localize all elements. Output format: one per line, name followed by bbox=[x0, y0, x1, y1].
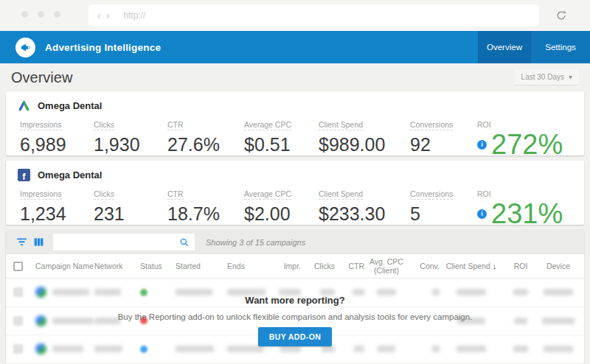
metric-label: Client Spend bbox=[319, 120, 363, 130]
metric-ctr: CTR 27.6% bbox=[167, 117, 244, 157]
page-content: Overview Last 30 Days ▾ Omega Dental Imp… bbox=[0, 63, 590, 364]
window-dot-icon bbox=[21, 11, 28, 18]
row-checkbox[interactable] bbox=[13, 344, 23, 354]
metric-label: Conversions bbox=[410, 120, 453, 130]
blurred-cell bbox=[279, 289, 301, 295]
campaign-card-facebook: f Omega Dental Impressions 1,234 Clicks … bbox=[6, 161, 584, 225]
google-ads-icon bbox=[18, 99, 30, 112]
metric-value: 1,234 bbox=[20, 204, 94, 225]
blurred-cell bbox=[320, 289, 335, 295]
window-dot-icon bbox=[54, 11, 60, 18]
column-header-device[interactable]: Device bbox=[538, 262, 578, 270]
date-range-dropdown[interactable]: Last 30 Days ▾ bbox=[515, 69, 579, 85]
table-body: Want more reporting? Buy the Reporting a… bbox=[6, 279, 584, 364]
metric-roi: ROI i 231% bbox=[477, 186, 584, 226]
blurred-cell bbox=[542, 318, 575, 324]
column-header-campaign-name[interactable]: Campaign Name bbox=[35, 262, 94, 270]
refresh-icon[interactable] bbox=[555, 9, 568, 22]
metric-impressions: Impressions 1,234 bbox=[20, 186, 94, 226]
results-count: Showing 3 of 15 campaigns bbox=[206, 238, 305, 247]
app-header: Advertising Intelligence Overview Settin… bbox=[0, 31, 590, 63]
metric-label: ROI bbox=[477, 120, 491, 130]
search-box[interactable] bbox=[53, 234, 195, 251]
column-header-client-spend[interactable]: Client Spend ↓ bbox=[440, 262, 503, 271]
row-checkbox[interactable] bbox=[13, 316, 23, 326]
blurred-cell bbox=[52, 318, 94, 324]
column-header-ctr[interactable]: CTR bbox=[335, 262, 364, 270]
metric-clicks: Clicks 231 bbox=[94, 186, 167, 226]
campaigns-table: Showing 3 of 15 campaigns Campaign Name … bbox=[6, 230, 584, 364]
status-dot bbox=[140, 289, 148, 296]
select-all-checkbox[interactable] bbox=[13, 262, 23, 271]
back-icon[interactable]: ‹ bbox=[97, 10, 101, 21]
card-header: Omega Dental bbox=[6, 91, 584, 112]
column-header-clicks[interactable]: Clicks bbox=[301, 262, 335, 270]
metric-value: $0.51 bbox=[244, 135, 319, 155]
campaign-card-google: Omega Dental Impressions 6,989 Clicks 1,… bbox=[6, 91, 584, 155]
address-bar[interactable]: ‹ › bbox=[88, 4, 539, 27]
buy-addon-button[interactable]: BUY ADD-ON bbox=[258, 327, 333, 346]
network-icon bbox=[35, 315, 46, 326]
column-header-status[interactable]: Status bbox=[136, 262, 170, 270]
blurred-cell bbox=[514, 318, 527, 324]
blurred-cell bbox=[377, 289, 396, 295]
facebook-icon: f bbox=[18, 169, 30, 181]
metric-label: Conversions bbox=[410, 189, 453, 200]
window-dot-icon bbox=[38, 11, 44, 18]
blurred-cell bbox=[94, 289, 121, 295]
date-range-label: Last 30 Days bbox=[521, 73, 564, 81]
column-header-label: Client Spend bbox=[446, 262, 490, 270]
sort-desc-icon[interactable]: ↓ bbox=[493, 262, 497, 271]
metric-value: 27.6% bbox=[167, 135, 244, 155]
metric-label: ROI bbox=[477, 189, 491, 199]
search-icon[interactable] bbox=[179, 237, 190, 248]
metrics-row: Impressions 1,234 Clicks 231 CTR 18.7% A… bbox=[6, 181, 584, 226]
metric-avg-cpc: Average CPC $2.00 bbox=[244, 186, 319, 226]
blurred-cell bbox=[544, 346, 573, 352]
column-header-roi[interactable]: ROI bbox=[503, 262, 538, 270]
tab-overview[interactable]: Overview bbox=[478, 31, 531, 63]
network-icon bbox=[35, 287, 46, 298]
column-header-started[interactable]: Started bbox=[170, 262, 221, 270]
app-title: Advertising Intelligence bbox=[45, 42, 161, 53]
column-header-network[interactable]: Network bbox=[94, 262, 136, 270]
column-header-ends[interactable]: Ends bbox=[221, 262, 268, 270]
metric-avg-cpc: Average CPC $0.51 bbox=[244, 117, 319, 157]
info-icon[interactable]: i bbox=[477, 209, 487, 219]
header-tabs: Overview Settings bbox=[478, 31, 590, 63]
window-controls bbox=[21, 11, 60, 18]
column-header-avg-cpc[interactable]: Avg. CPC (Client) bbox=[364, 257, 409, 275]
column-header-conversions[interactable]: Conv. bbox=[409, 262, 440, 270]
metric-label: Average CPC bbox=[244, 120, 291, 130]
metric-value: $233.30 bbox=[319, 204, 410, 225]
column-header-impressions[interactable]: Impr. bbox=[268, 262, 301, 270]
caret-down-icon: ▾ bbox=[569, 73, 572, 81]
blurred-cell bbox=[432, 289, 440, 295]
filter-icon[interactable] bbox=[16, 237, 27, 247]
metric-label: CTR bbox=[167, 120, 184, 130]
forward-icon[interactable]: › bbox=[106, 10, 110, 21]
metric-client-spend: Client Spend $989.00 bbox=[319, 117, 410, 157]
url-input[interactable] bbox=[123, 10, 530, 21]
info-icon[interactable]: i bbox=[477, 140, 487, 150]
browser-chrome: ‹ › bbox=[0, 0, 590, 31]
blurred-cell bbox=[513, 289, 528, 295]
blurred-cell bbox=[354, 346, 364, 352]
roi-value: 231% bbox=[491, 201, 563, 226]
row-checkbox[interactable] bbox=[13, 287, 23, 297]
roi-value: 272% bbox=[491, 132, 563, 157]
page-header: Overview Last 30 Days ▾ bbox=[6, 63, 584, 91]
page-title: Overview bbox=[11, 69, 72, 86]
blurred-cell bbox=[94, 346, 122, 352]
metric-conversions: Conversions 92 bbox=[410, 117, 477, 157]
metric-conversions: Conversions 5 bbox=[410, 186, 477, 226]
blurred-cell bbox=[544, 289, 573, 295]
metric-label: CTR bbox=[167, 189, 184, 200]
columns-icon[interactable] bbox=[34, 238, 44, 246]
table-header-row: Campaign Name Network Status Started End… bbox=[6, 254, 584, 279]
metric-label: Clicks bbox=[94, 189, 114, 200]
blurred-cell bbox=[457, 346, 486, 352]
metric-impressions: Impressions 6,989 bbox=[20, 117, 94, 157]
tab-settings[interactable]: Settings bbox=[531, 31, 590, 63]
search-input[interactable] bbox=[58, 238, 179, 247]
